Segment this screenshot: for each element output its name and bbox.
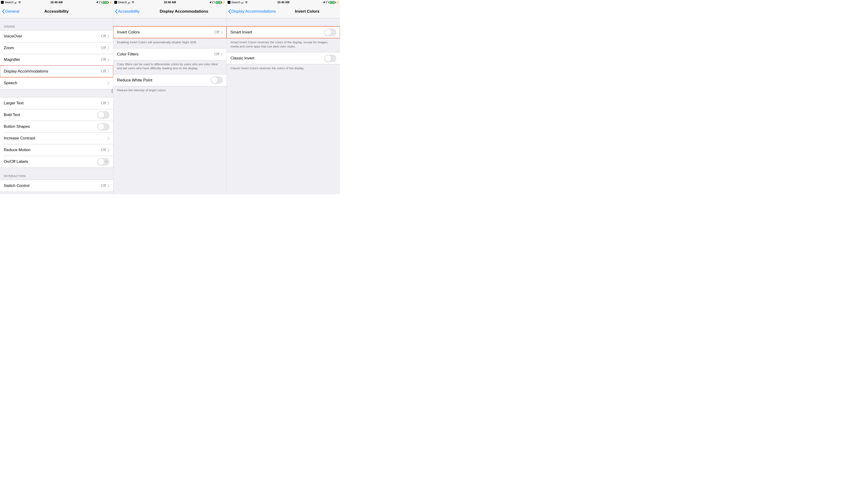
row-label: Display Accommodations: [4, 69, 48, 74]
back-label: General: [5, 9, 19, 14]
row-speech[interactable]: Speech: [0, 77, 113, 89]
row-label: Bold Text: [4, 112, 20, 117]
row-label: On/Off Labels: [4, 159, 28, 164]
row-label: Switch Control: [4, 183, 30, 188]
row-label: Reduce Motion: [4, 148, 31, 152]
row-label: Classic Invert: [230, 56, 254, 60]
screen-display-accommodations: ‹ Search 10:40 AM ⚡ Accessibility Displa…: [113, 0, 227, 194]
row-value: Off: [214, 30, 220, 35]
row-label: Smart Invert: [230, 30, 252, 35]
row-label: Invert Colors: [117, 30, 140, 35]
list-vision-1: VoiceOver Off Zoom Off Magnifier Off: [0, 30, 113, 89]
list-color-filters: Color Filters Off: [113, 48, 226, 60]
row-label: VoiceOver: [4, 34, 22, 39]
chevron-right-icon: [107, 102, 109, 105]
status-bar: ‹ Search 10:40 AM ⚡: [227, 0, 340, 5]
footer-classic-invert: Classic Invert Colors reverses the color…: [227, 64, 340, 74]
back-button[interactable]: Accessibility: [115, 9, 140, 14]
row-color-filters[interactable]: Color Filters Off: [113, 49, 226, 60]
row-value: Off: [101, 183, 106, 188]
battery-icon: [329, 1, 335, 4]
chevron-right-icon: [107, 82, 109, 85]
chevron-right-icon: [107, 148, 109, 151]
row-onoff-labels[interactable]: On/Off Labels: [0, 156, 113, 167]
row-reduce-white-point[interactable]: Reduce White Point: [113, 74, 226, 86]
battery-icon: [216, 1, 222, 4]
row-button-shapes[interactable]: Button Shapes: [0, 121, 113, 132]
list-invert: Invert Colors Off: [113, 26, 226, 38]
clock: 10:40 AM: [227, 1, 340, 4]
row-zoom[interactable]: Zoom Off: [0, 42, 113, 54]
three-up: ‹ Search 10:40 AM ⚡ General Accessibilit…: [0, 0, 340, 194]
back-button[interactable]: General: [2, 9, 19, 14]
toggle-smart-invert[interactable]: [324, 29, 336, 36]
footer-smart-invert: Smart Invert Colors reverses the colors …: [227, 38, 340, 52]
list-smart-invert: Smart Invert: [227, 26, 340, 38]
chevron-right-icon: [107, 46, 109, 50]
row-label: Larger Text: [4, 101, 24, 106]
chevron-left-icon: [2, 9, 5, 14]
row-value: Off: [101, 46, 106, 50]
content: VISION VoiceOver Off Zoom Off Magnifier: [0, 18, 113, 192]
nav-bar: Accessibility Display Accommodations: [113, 5, 226, 18]
row-display-accommodations[interactable]: Display Accommodations Off: [0, 66, 113, 77]
chevron-left-icon: [115, 9, 118, 14]
clock: 10:40 AM: [0, 1, 113, 4]
chevron-right-icon: [107, 184, 109, 187]
toggle-reduce-white-point[interactable]: [211, 76, 223, 84]
screen-accessibility: ‹ Search 10:40 AM ⚡ General Accessibilit…: [0, 0, 113, 194]
row-reduce-motion[interactable]: Reduce Motion Off: [0, 144, 113, 156]
row-switch-control[interactable]: Switch Control Off: [0, 180, 113, 192]
list-interaction: Switch Control Off: [0, 180, 113, 192]
nav-bar: General Accessibility: [0, 5, 113, 18]
row-label: Speech: [4, 81, 17, 85]
toggle-onoff-labels[interactable]: [98, 158, 109, 165]
list-vision-2: Larger Text Off Bold Text Button Shapes: [0, 97, 113, 168]
row-value: Off: [101, 69, 106, 74]
row-value: Off: [214, 52, 220, 57]
footer-rwp: Reduce the intensity of bright colors.: [113, 86, 226, 96]
list-classic-invert: Classic Invert: [227, 52, 340, 64]
back-button[interactable]: Display Accommodations: [228, 9, 276, 14]
content: Smart Invert Smart Invert Colors reverse…: [227, 18, 340, 74]
group-header-interaction: INTERACTION: [0, 168, 113, 180]
row-smart-invert[interactable]: Smart Invert: [227, 26, 340, 38]
row-increase-contrast[interactable]: Increase Contrast: [0, 132, 113, 144]
chevron-right-icon: [221, 53, 223, 56]
back-label: Display Accommodations: [231, 9, 276, 14]
footer-invert: Enabling Invert Colors will automaticall…: [113, 38, 226, 48]
screen-invert-colors: ‹ Search 10:40 AM ⚡ Display Accommodatio…: [227, 0, 340, 194]
back-label: Accessibility: [118, 9, 140, 14]
list-rwp: Reduce White Point: [113, 74, 226, 86]
page-title: Display Accommodations: [127, 9, 227, 14]
clock: 10:40 AM: [113, 1, 226, 4]
row-invert-colors[interactable]: Invert Colors Off: [113, 26, 226, 38]
row-value: Off: [101, 148, 106, 152]
status-bar: ‹ Search 10:40 AM ⚡: [0, 0, 113, 5]
row-value: Off: [101, 34, 106, 39]
row-bold-text[interactable]: Bold Text: [0, 109, 113, 121]
row-value: Off: [101, 101, 106, 106]
toggle-button-shapes[interactable]: [98, 123, 109, 130]
footer-color-filters: Color filters can be used to differentia…: [113, 60, 226, 74]
row-label: Magnifier: [4, 57, 20, 62]
nav-bar: Display Accommodations Invert Colors: [227, 5, 340, 18]
chevron-right-icon: [107, 137, 109, 140]
chevron-right-icon: [107, 35, 109, 38]
chevron-right-icon: [107, 58, 109, 61]
status-bar: ‹ Search 10:40 AM ⚡: [113, 0, 226, 5]
row-classic-invert[interactable]: Classic Invert: [227, 52, 340, 64]
toggle-classic-invert[interactable]: [324, 55, 336, 62]
toggle-bold-text[interactable]: [98, 111, 109, 119]
battery-icon: [103, 1, 108, 4]
chevron-left-icon: [228, 9, 231, 14]
row-label: Increase Contrast: [4, 136, 35, 141]
row-label: Reduce White Point: [117, 78, 152, 83]
group-header-vision: VISION: [0, 18, 113, 30]
row-larger-text[interactable]: Larger Text Off: [0, 97, 113, 109]
row-voiceover[interactable]: VoiceOver Off: [0, 31, 113, 42]
row-label: Color Filters: [117, 52, 139, 57]
chevron-right-icon: [107, 70, 109, 73]
row-magnifier[interactable]: Magnifier Off: [0, 54, 113, 66]
chevron-right-icon: [221, 31, 223, 34]
